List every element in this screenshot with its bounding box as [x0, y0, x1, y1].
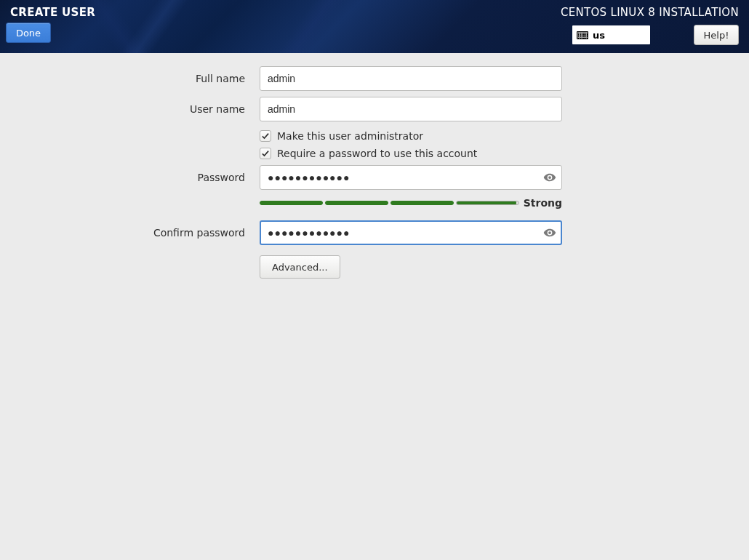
keyboard-icon — [577, 31, 588, 39]
show-password-icon[interactable] — [543, 171, 556, 184]
check-icon — [261, 149, 270, 158]
strength-segment — [325, 201, 388, 205]
strength-segment — [390, 201, 454, 205]
require-password-label: Require a password to use this account — [277, 148, 477, 159]
keyboard-layout-indicator[interactable]: us — [572, 25, 650, 44]
check-icon — [261, 132, 270, 140]
password-strength-label: Strong — [524, 197, 562, 209]
show-password-icon[interactable] — [543, 226, 556, 239]
content-area: Full name User name Make this user admin… — [0, 53, 749, 560]
user-name-input[interactable] — [260, 97, 562, 121]
make-admin-label: Make this user administrator — [277, 130, 423, 142]
full-name-label: Full name — [0, 66, 260, 91]
installer-title: CENTOS LINUX 8 INSTALLATION — [561, 6, 739, 19]
done-button[interactable]: Done — [6, 23, 51, 43]
full-name-input[interactable] — [260, 66, 562, 91]
create-user-form: Full name User name Make this user admin… — [0, 66, 749, 284]
confirm-password-input[interactable] — [260, 220, 562, 245]
page-title: CREATE USER — [10, 6, 95, 19]
user-name-label: User name — [0, 97, 260, 121]
make-admin-checkbox[interactable] — [260, 130, 271, 142]
confirm-password-label: Confirm password — [0, 220, 260, 245]
strength-segment — [456, 201, 519, 205]
keyboard-layout-label: us — [593, 30, 605, 41]
password-strength-meter: Strong — [260, 196, 562, 215]
strength-segment — [260, 201, 323, 205]
header: CREATE USER Done CENTOS LINUX 8 INSTALLA… — [0, 0, 749, 53]
password-label: Password — [0, 165, 260, 190]
password-input[interactable] — [260, 165, 562, 190]
help-button[interactable]: Help! — [694, 25, 739, 45]
require-password-checkbox[interactable] — [260, 148, 271, 159]
advanced-button[interactable]: Advanced... — [260, 255, 340, 279]
